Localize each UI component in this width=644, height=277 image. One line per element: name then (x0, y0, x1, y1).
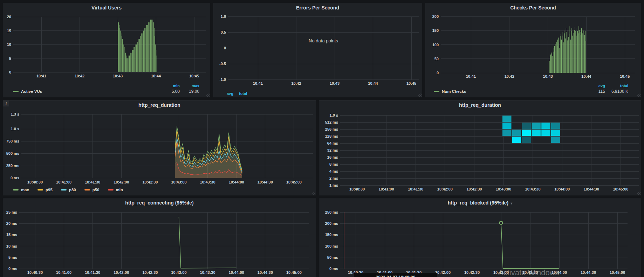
svg-text:10:45:00: 10:45:00 (613, 187, 628, 191)
legend-item-min[interactable]: min (108, 188, 123, 192)
svg-text:10:44: 10:44 (151, 74, 161, 78)
legend-item-max[interactable]: max (13, 188, 29, 192)
http-req-blocked-chart[interactable]: 250 ms200 ms150 ms100 ms50 ms0 ms10:40:3… (319, 198, 642, 277)
stat-header-max[interactable]: max (192, 84, 199, 88)
svg-text:5: 5 (9, 56, 11, 61)
stat-header-min[interactable]: min (173, 84, 180, 88)
panel-title-text: http_req_connecting (95%ile) (125, 200, 193, 206)
svg-text:10:45: 10:45 (620, 74, 630, 78)
svg-text:10:45:00: 10:45:00 (286, 270, 302, 275)
svg-text:20 ms: 20 ms (6, 221, 17, 226)
legend-item-active-vus[interactable]: Active VUs (13, 89, 42, 94)
svg-text:0: 0 (224, 46, 226, 50)
legend-label: max (21, 188, 29, 192)
svg-text:10:44:00: 10:44:00 (229, 270, 244, 275)
graph-hover-tooltip: 2023-04-07 10:40:00 (354, 273, 437, 277)
panel-virtual-users: Virtual Users 2015105010:4110:4210:4310:… (3, 3, 210, 97)
panel-title-text: Virtual Users (91, 5, 122, 11)
svg-text:10:42:00: 10:42:00 (114, 270, 129, 275)
svg-text:10:42: 10:42 (291, 81, 301, 85)
svg-text:512 ms: 512 ms (325, 120, 338, 124)
svg-text:250 ms: 250 ms (325, 210, 338, 214)
panel-resize-handle[interactable] (312, 192, 315, 195)
svg-text:10:41:00: 10:41:00 (379, 187, 394, 191)
http-req-duration-heatmap-chart[interactable]: 1.0 s512 ms256 ms128 ms64 ms32 ms16 ms8 … (319, 101, 642, 196)
stat-value-max: 19.00 (189, 89, 199, 94)
info-icon-glyph: i (6, 101, 7, 105)
svg-text:10:40:30: 10:40:30 (349, 187, 365, 191)
info-icon[interactable]: i (3, 101, 9, 106)
panel-http-req-duration-heatmap: http_req_duration 1.0 s512 ms256 ms128 m… (319, 100, 641, 195)
legend-item-p80[interactable]: p80 (61, 188, 76, 192)
errors-per-second-chart[interactable]: 1.00.50-0.5-1.010:4110:4210:4310:4410:45… (213, 3, 423, 98)
legend-item-p95[interactable]: p95 (37, 188, 53, 192)
series-dash-icon (37, 189, 43, 191)
http-req-duration-chart[interactable]: 1.3 s1.0 s750 ms500 ms250 ms0 ms10:40:30… (3, 101, 316, 196)
panel-title-text: http_req_duration (138, 102, 180, 108)
panel-resize-handle[interactable] (637, 94, 640, 97)
svg-text:10:41:30: 10:41:30 (85, 180, 100, 184)
svg-text:1.3 s: 1.3 s (11, 112, 19, 116)
svg-text:10:44:30: 10:44:30 (258, 180, 273, 184)
panel-resize-handle[interactable] (206, 94, 210, 97)
legend-stat-headers: avg total (227, 91, 247, 96)
svg-text:10:44:30: 10:44:30 (258, 270, 273, 275)
svg-text:10:42:30: 10:42:30 (142, 270, 158, 275)
panel-errors-per-second: Errors Per Second 1.00.50-0.5-1.010:4110… (213, 3, 422, 97)
legend-item-p50[interactable]: p50 (84, 188, 100, 192)
series-dash-icon (61, 189, 67, 191)
svg-text:15 ms: 15 ms (6, 233, 17, 237)
svg-text:128 ms: 128 ms (325, 134, 338, 138)
panel-title-text: http_req_blocked (95%ile) (448, 200, 509, 206)
svg-text:10: 10 (7, 42, 11, 47)
svg-text:10:43:30: 10:43:30 (200, 180, 215, 184)
svg-text:16 ms: 16 ms (327, 155, 338, 159)
panel-title-checks-per-second[interactable]: Checks Per Second (425, 5, 641, 11)
svg-text:10:43:00: 10:43:00 (171, 270, 186, 275)
legend-stat-max: max 19.00 (186, 84, 199, 94)
panel-http-req-blocked: http_req_blocked (95%ile)▾ 250 ms200 ms1… (319, 198, 641, 277)
svg-text:10:40:30: 10:40:30 (27, 180, 43, 184)
panel-resize-handle[interactable] (637, 192, 640, 195)
svg-text:10:41: 10:41 (466, 74, 476, 78)
legend-label: p80 (69, 188, 76, 192)
panel-title-text: http_req_duration (459, 102, 501, 108)
panel-title-http-req-duration-heatmap[interactable]: http_req_duration (319, 102, 641, 108)
legend-stats: avg 115 total 6.9100 K (592, 84, 628, 94)
stat-header-total[interactable]: total (239, 91, 247, 96)
stat-value-avg: 115 (598, 89, 605, 94)
panel-title-errors-per-second[interactable]: Errors Per Second (213, 5, 422, 11)
svg-text:10:44:00: 10:44:00 (554, 187, 570, 191)
http-req-connecting-chart[interactable]: 25 ms20 ms15 ms10 ms5 ms0 ms10:40:3010:4… (3, 198, 316, 277)
legend-stat-min: min 5.00 (166, 84, 180, 94)
svg-text:0.5: 0.5 (221, 30, 226, 34)
svg-text:4 ms: 4 ms (329, 169, 338, 173)
stat-header-avg[interactable]: avg (227, 91, 233, 96)
panel-title-virtual-users[interactable]: Virtual Users (3, 5, 210, 11)
panel-menu-caret-icon[interactable]: ▾ (511, 201, 512, 205)
svg-text:10:45: 10:45 (189, 74, 199, 78)
legend-item-num-checks[interactable]: Num Checks (434, 89, 466, 94)
svg-text:10:42: 10:42 (75, 74, 84, 78)
svg-text:10:41:30: 10:41:30 (85, 270, 100, 275)
svg-text:25 ms: 25 ms (6, 210, 17, 214)
panel-title-http-req-blocked[interactable]: http_req_blocked (95%ile)▾ (319, 200, 641, 206)
svg-text:10:45:00: 10:45:00 (286, 180, 302, 184)
svg-text:1.0: 1.0 (221, 14, 226, 19)
svg-text:150 ms: 150 ms (325, 233, 338, 237)
svg-text:10:43:00: 10:43:00 (171, 180, 186, 184)
svg-text:10:42:00: 10:42:00 (114, 180, 129, 184)
svg-text:-1.0: -1.0 (219, 77, 226, 82)
svg-text:10:43:30: 10:43:30 (525, 187, 541, 191)
svg-text:256 ms: 256 ms (325, 127, 338, 131)
panel-title-http-req-connecting[interactable]: http_req_connecting (95%ile) (3, 200, 316, 206)
svg-text:10:45: 10:45 (406, 81, 416, 85)
legend-label: p95 (46, 188, 53, 192)
stat-header-total[interactable]: total (620, 84, 628, 88)
stat-header-avg[interactable]: avg (598, 84, 605, 88)
panel-title-http-req-duration[interactable]: http_req_duration (3, 102, 316, 108)
svg-text:0 ms: 0 ms (329, 266, 338, 271)
svg-text:64 ms: 64 ms (327, 141, 338, 145)
svg-text:-0.5: -0.5 (219, 62, 226, 66)
panel-resize-handle[interactable] (418, 94, 422, 97)
